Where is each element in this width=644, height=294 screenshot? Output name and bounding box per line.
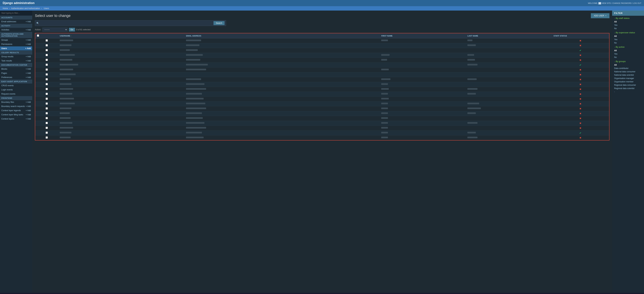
- row-checkbox[interactable]: [46, 83, 48, 85]
- filter-item[interactable]: No: [612, 56, 644, 59]
- username-link[interactable]: [60, 44, 72, 47]
- breadcrumb-section[interactable]: Authentication and Authorization: [11, 7, 40, 9]
- filter-item[interactable]: All: [612, 63, 644, 67]
- filter-link[interactable]: -: [614, 91, 615, 93]
- sidebar-add-email-addresses[interactable]: + Add: [26, 20, 31, 23]
- sidebar-add-groups[interactable]: + Add: [26, 39, 31, 41]
- row-checkbox[interactable]: [46, 112, 48, 114]
- sidebar-item-context-layers[interactable]: Context layers + Add: [0, 117, 32, 121]
- table-row[interactable]: ✖: [35, 38, 609, 43]
- sidebar-item-boundary-files[interactable]: Boundary files + Add: [0, 100, 32, 104]
- sidebar-item-boundary-search-requests[interactable]: Boundary search requests + Add: [0, 104, 32, 109]
- sidebar-link-activities[interactable]: Activities: [1, 29, 9, 31]
- column-header-firstname[interactable]: FIRST NAME: [380, 33, 466, 38]
- row-checkbox[interactable]: [46, 49, 48, 51]
- username-link[interactable]: [60, 108, 72, 110]
- sidebar-item-groups[interactable]: Groups + Add: [0, 38, 32, 42]
- username-link[interactable]: [60, 59, 72, 61]
- column-header-lastname[interactable]: LAST NAME: [466, 33, 552, 38]
- row-checkbox[interactable]: [46, 122, 48, 124]
- filter-item[interactable]: All: [612, 34, 644, 38]
- sidebar-item-permissions[interactable]: Permissions + Add: [0, 42, 32, 46]
- filter-item[interactable]: Yes: [612, 38, 644, 41]
- filter-item[interactable]: Yes: [612, 52, 644, 56]
- sidebar-item-users[interactable]: Users + Add: [0, 46, 32, 51]
- row-checkbox[interactable]: [46, 64, 48, 66]
- sidebar-item-login-events[interactable]: Login events: [0, 88, 32, 92]
- row-checkbox[interactable]: [46, 54, 48, 56]
- row-checkbox[interactable]: [46, 59, 48, 61]
- column-header-username[interactable]: USERNAME: [58, 33, 184, 38]
- table-row[interactable]: ✔: [35, 131, 609, 136]
- sidebar-link-groups[interactable]: Groups: [1, 39, 8, 41]
- filter-item[interactable]: Organisation member: [612, 80, 644, 83]
- table-row[interactable]: ✖: [35, 116, 609, 121]
- sidebar-add-context-layer-tiling-tasks[interactable]: + Add: [26, 114, 31, 116]
- filter-link[interactable]: All: [614, 21, 617, 23]
- sidebar-add-boundary-files[interactable]: + Add: [26, 101, 31, 103]
- table-row[interactable]: ✔: [35, 63, 609, 67]
- filter-link[interactable]: Regional data consumer: [614, 84, 636, 86]
- table-row[interactable]: ✖: [35, 58, 609, 63]
- sidebar-item-task-results[interactable]: Task results + Add: [0, 59, 32, 63]
- username-link[interactable]: [60, 132, 72, 134]
- table-row[interactable]: ✖: [35, 111, 609, 116]
- row-checkbox[interactable]: [46, 117, 48, 119]
- username-link[interactable]: [60, 103, 75, 105]
- sidebar-link-preferences[interactable]: Preferences: [1, 76, 12, 79]
- filter-link[interactable]: All: [614, 49, 617, 52]
- username-link[interactable]: [60, 73, 76, 76]
- sidebar-item-blocks[interactable]: Blocks + Add: [0, 67, 32, 71]
- sidebar-add-preferences[interactable]: + Add: [26, 76, 31, 79]
- sidebar-item-preferences[interactable]: Preferences + Add: [0, 75, 32, 80]
- sidebar-link-pages[interactable]: Pages: [1, 72, 7, 74]
- username-link[interactable]: [60, 98, 74, 100]
- sidebar-item-email-addresses[interactable]: Email addresses + Add: [0, 19, 32, 24]
- sidebar-link-context-layer-tiling-tasks[interactable]: Context layer tiling tasks: [1, 114, 23, 116]
- table-row[interactable]: ✔: [35, 48, 609, 53]
- action-select[interactable]: -------- Delete selected users: [42, 28, 68, 32]
- sidebar-item-request-events[interactable]: Request events: [0, 92, 32, 96]
- table-row[interactable]: ✖: [35, 82, 609, 87]
- table-row[interactable]: ✖: [35, 67, 609, 72]
- sidebar-link-group-results[interactable]: Group results: [1, 55, 14, 58]
- go-button[interactable]: Go: [69, 28, 75, 31]
- username-link[interactable]: [60, 117, 70, 120]
- sidebar-link-boundary-search-requests[interactable]: Boundary search requests: [1, 105, 25, 108]
- row-checkbox[interactable]: [46, 127, 48, 129]
- username-link[interactable]: [60, 122, 72, 124]
- username-link[interactable]: [60, 83, 72, 86]
- username-link[interactable]: [60, 64, 78, 66]
- sidebar-link-blocks[interactable]: Blocks: [1, 68, 7, 70]
- select-all-header[interactable]: [35, 33, 58, 38]
- row-checkbox[interactable]: [46, 44, 48, 46]
- table-row[interactable]: ✖: [35, 92, 609, 97]
- breadcrumb-home[interactable]: Home: [3, 7, 8, 9]
- filter-link[interactable]: Yes: [614, 53, 618, 55]
- sidebar-item-context-layer-legends[interactable]: Context layer legends + Add: [0, 109, 32, 113]
- sidebar-add-boundary-search-requests[interactable]: + Add: [26, 105, 31, 108]
- username-link[interactable]: [60, 78, 70, 81]
- username-link[interactable]: [60, 54, 75, 56]
- filter-item[interactable]: Data contributor: [612, 67, 644, 70]
- row-checkbox[interactable]: [46, 68, 48, 71]
- sidebar-add-activities[interactable]: + Add: [26, 29, 31, 31]
- table-row[interactable]: ✖: [35, 121, 609, 126]
- filter-link[interactable]: Yes: [614, 38, 618, 41]
- username-link[interactable]: [60, 137, 70, 139]
- sidebar-add-blocks[interactable]: + Add: [26, 68, 31, 70]
- sidebar-add-context-layers[interactable]: + Add: [26, 118, 31, 120]
- filter-link[interactable]: National data scientist: [614, 74, 634, 76]
- username-link[interactable]: [60, 127, 73, 129]
- filter-link[interactable]: National data consumer: [614, 70, 636, 73]
- sidebar-add-task-results[interactable]: + Add: [26, 60, 31, 62]
- row-checkbox[interactable]: [46, 88, 48, 90]
- filter-item[interactable]: All: [612, 20, 644, 23]
- sidebar-filter-input[interactable]: [0, 10, 32, 15]
- table-row[interactable]: ✖: [35, 43, 609, 48]
- username-link[interactable]: [60, 112, 70, 115]
- filter-item[interactable]: No: [612, 27, 644, 30]
- filter-link[interactable]: Organisation member: [614, 81, 634, 83]
- filter-link[interactable]: Data contributor: [614, 67, 628, 69]
- sidebar-link-task-results[interactable]: Task results: [1, 60, 12, 62]
